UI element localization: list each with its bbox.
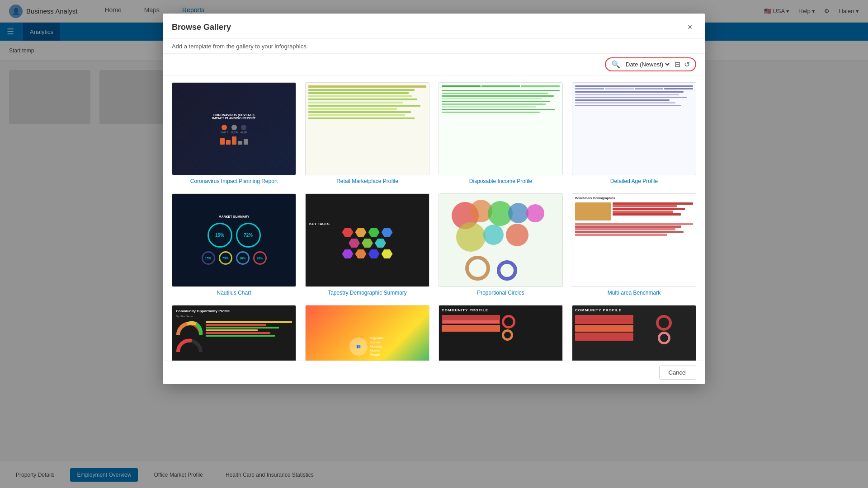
gallery-label-benchmark[interactable]: Multi-area Benchmark [572,290,696,296]
gallery-item-community[interactable]: Community Opportunity Profile My Site Na… [172,305,296,361]
gallery-item-covid[interactable]: CORONAVIRUS (COVID-19)IMPACT PLANNING RE… [172,82,296,184]
gallery-item-factfinder[interactable]: 👥 Population Income Housing Homes People… [305,305,429,361]
gallery-label-covid[interactable]: Coronavirus Impact Planning Report [172,178,296,184]
gauge-svg-2 [176,338,203,354]
gallery-thumb-nautilus: MARKET SUMMARY 15% 72% 15% 73% [172,193,296,286]
gallery-item-proportional[interactable]: Proportional Circles [439,193,563,296]
gallery-thumb-community3: COMMUNITY PROFILE [572,305,696,361]
gallery-item-benchmark[interactable]: Benchmark Demographics [572,193,696,296]
gallery-thumb-community: Community Opportunity Profile My Site Na… [172,305,296,361]
gallery-label-age[interactable]: Detailed Age Profile [572,178,696,184]
gallery-item-tapestry[interactable]: KEY FACTS [305,193,429,296]
gallery-item-community2[interactable]: COMMUNITY PROFILE [439,305,563,361]
nautilus-circles-row1: 15% 72% [208,223,261,248]
gallery-grid: CORONAVIRUS (COVID-19)IMPACT PLANNING RE… [172,82,696,361]
toolbar-search-filter-group: 🔍 Date (Newest) Date (Oldest) Name (A-Z)… [605,57,696,71]
gallery-label-retail[interactable]: Retail Marketplace Profile [305,178,429,184]
modal-header: Browse Gallery × [163,14,705,38]
gallery-thumb-factfinder: 👥 Population Income Housing Homes People… [305,305,429,361]
gallery-thumb-income [439,82,563,175]
covid-thumb-title: CORONAVIRUS (COVID-19)IMPACT PLANNING RE… [212,113,256,120]
gallery-body: CORONAVIRUS (COVID-19)IMPACT PLANNING RE… [163,75,705,361]
gallery-label-income[interactable]: Disposable Income Profile [439,178,563,184]
gallery-item-age[interactable]: Detailed Age Profile [572,82,696,184]
refresh-icon[interactable]: ↺ [684,60,690,69]
modal-close-button[interactable]: × [684,21,696,33]
modal-overlay: Browse Gallery × Add a template from the… [0,0,868,488]
nautilus-circles-row2: 15% 73% 10% 20% [202,251,267,265]
gallery-thumb-tapestry: KEY FACTS [305,193,429,286]
modal-title: Browse Gallery [172,23,231,32]
gallery-label-nautilus[interactable]: Nautilus Chart [172,290,296,296]
filter-icon[interactable]: ⊟ [675,60,680,69]
modal-toolbar: 🔍 Date (Newest) Date (Oldest) Name (A-Z)… [163,54,705,75]
modal-footer: Cancel [163,361,705,384]
gallery-item-retail[interactable]: Retail Marketplace Profile [305,82,429,184]
search-icon[interactable]: 🔍 [611,60,620,69]
gallery-thumb-benchmark: Benchmark Demographics [572,193,696,286]
gallery-label-proportional[interactable]: Proportional Circles [439,290,563,296]
gauge-svg [176,321,203,337]
cancel-button[interactable]: Cancel [659,366,696,380]
community-profile-title: Community Opportunity Profile [176,309,292,313]
modal-subtitle: Add a template from the gallery to your … [163,38,705,54]
gallery-thumb-proportional [439,193,563,286]
browse-gallery-modal: Browse Gallery × Add a template from the… [163,14,705,384]
gallery-item-income[interactable]: Disposable Income Profile [439,82,563,184]
gallery-item-community3[interactable]: COMMUNITY PROFILE [572,305,696,361]
gallery-thumb-age [572,82,696,175]
sort-dropdown[interactable]: Date (Newest) Date (Oldest) Name (A-Z) N… [624,61,671,68]
gallery-thumb-covid: CORONAVIRUS (COVID-19)IMPACT PLANNING RE… [172,82,296,175]
gallery-label-tapestry[interactable]: Tapestry Demographic Summary [305,290,429,296]
gallery-item-nautilus[interactable]: MARKET SUMMARY 15% 72% 15% 73% [172,193,296,296]
gallery-thumb-retail [305,82,429,175]
gallery-thumb-community2: COMMUNITY PROFILE [439,305,563,361]
